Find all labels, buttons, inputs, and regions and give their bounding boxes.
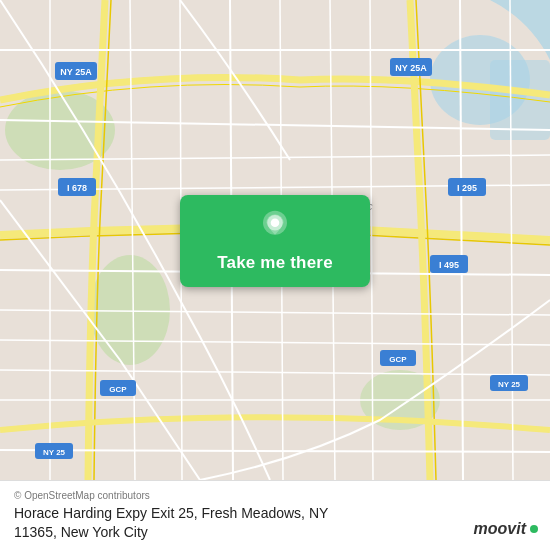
- map-area: NY 25A NY 25A I 678 I 495 I 495 I 295 GC…: [0, 0, 550, 480]
- location-pin-icon: [257, 209, 293, 245]
- svg-text:GCP: GCP: [109, 385, 127, 394]
- address-line2: 11365, New York City: [14, 524, 148, 540]
- cta-container: Take me there: [180, 195, 370, 287]
- svg-text:NY 25: NY 25: [43, 448, 66, 457]
- svg-text:GCP: GCP: [389, 355, 407, 364]
- moovit-logo: moovit: [474, 520, 538, 538]
- svg-text:I 678: I 678: [67, 183, 87, 193]
- map-attribution: © OpenStreetMap contributors: [14, 490, 536, 501]
- moovit-dot: [530, 525, 538, 533]
- svg-text:I 495: I 495: [439, 260, 459, 270]
- svg-rect-4: [490, 60, 550, 140]
- svg-text:NY 25: NY 25: [498, 380, 521, 389]
- svg-text:NY 25A: NY 25A: [395, 63, 427, 73]
- svg-text:I 295: I 295: [457, 183, 477, 193]
- take-me-there-label: Take me there: [217, 253, 333, 273]
- svg-text:NY 25A: NY 25A: [60, 67, 92, 77]
- bottom-info-bar: © OpenStreetMap contributors Horace Hard…: [0, 480, 550, 550]
- take-me-there-card[interactable]: Take me there: [180, 195, 370, 287]
- moovit-brand-name: moovit: [474, 520, 526, 538]
- address-text: Horace Harding Expy Exit 25, Fresh Meado…: [14, 504, 536, 540]
- address-line1: Horace Harding Expy Exit 25, Fresh Meado…: [14, 505, 328, 521]
